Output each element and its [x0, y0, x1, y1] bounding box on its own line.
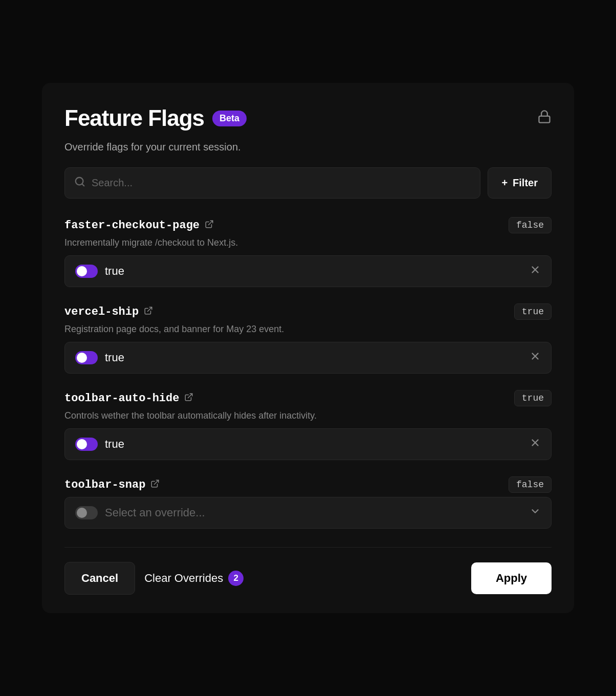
cancel-button[interactable]: Cancel	[64, 562, 135, 595]
external-link-icon-2[interactable]	[184, 393, 193, 404]
chevron-down-icon-3[interactable]	[530, 506, 541, 520]
clear-override-1[interactable]	[530, 351, 541, 365]
flag-header-vercel-ship: vercel-ship true	[64, 303, 552, 320]
modal-footer: Cancel Clear Overrides 2 Apply	[64, 562, 552, 595]
override-value-0: true	[105, 265, 124, 278]
svg-line-12	[155, 480, 159, 484]
flag-item-faster-checkout-page: faster-checkout-page false Incrementally…	[64, 217, 552, 287]
flag-description-0: Incrementally migrate /checkout to Next.…	[64, 237, 552, 248]
subtitle: Override flags for your current session.	[64, 141, 552, 153]
override-value-2: true	[105, 438, 124, 451]
flag-header-faster-checkout-page: faster-checkout-page false	[64, 217, 552, 233]
lock-icon[interactable]	[537, 110, 552, 127]
footer-divider	[64, 547, 552, 548]
clear-overrides-label: Clear Overrides	[144, 572, 223, 585]
external-link-icon-1[interactable]	[144, 306, 153, 318]
flag-name-toolbar-snap: toolbar-snap	[64, 478, 160, 491]
flag-override-row-2: true	[64, 428, 552, 460]
toggle-0[interactable]	[75, 265, 98, 278]
flag-name-faster-checkout-page: faster-checkout-page	[64, 219, 214, 232]
override-placeholder-3: Select an override...	[105, 506, 205, 519]
clear-override-2[interactable]	[530, 437, 541, 451]
svg-line-3	[209, 221, 213, 225]
flag-description-2: Controls wether the toolbar automaticall…	[64, 410, 552, 421]
svg-line-9	[188, 394, 192, 398]
flag-value-badge-0: false	[509, 217, 552, 233]
flag-name-vercel-ship: vercel-ship	[64, 306, 153, 318]
flag-value-badge-2: true	[514, 390, 552, 406]
apply-button[interactable]: Apply	[471, 562, 552, 594]
search-input-wrap	[64, 167, 480, 199]
search-icon	[74, 176, 85, 190]
filter-button[interactable]: + Filter	[488, 167, 552, 199]
modal-header: Feature Flags Beta	[64, 105, 552, 131]
feature-flags-modal: Feature Flags Beta Override flags for yo…	[42, 83, 574, 613]
svg-line-6	[148, 307, 152, 311]
flag-header-toolbar-snap: toolbar-snap false	[64, 476, 552, 493]
toggle-2[interactable]	[75, 438, 98, 451]
flag-item-toolbar-snap: toolbar-snap false Select an override...	[64, 476, 552, 529]
search-row: + Filter	[64, 167, 552, 199]
external-link-icon-3[interactable]	[150, 479, 160, 491]
flag-description-1: Registration page docs, and banner for M…	[64, 324, 552, 335]
svg-rect-0	[539, 116, 550, 122]
clear-overrides-button[interactable]: Clear Overrides 2	[144, 571, 244, 586]
beta-badge: Beta	[212, 111, 247, 126]
svg-line-2	[82, 184, 84, 186]
external-link-icon-0[interactable]	[205, 220, 214, 231]
filter-label: Filter	[513, 177, 538, 189]
flag-override-row-3[interactable]: Select an override...	[64, 497, 552, 529]
clear-override-0[interactable]	[530, 264, 541, 278]
flag-item-vercel-ship: vercel-ship true Registration page docs,…	[64, 303, 552, 374]
plus-icon: +	[501, 177, 508, 189]
overrides-count-badge: 2	[228, 571, 244, 586]
page-title: Feature Flags	[64, 105, 204, 131]
flag-item-toolbar-auto-hide: toolbar-auto-hide true Controls wether t…	[64, 390, 552, 460]
flag-value-badge-3: false	[509, 476, 552, 493]
search-input[interactable]	[92, 168, 471, 198]
flag-header-toolbar-auto-hide: toolbar-auto-hide true	[64, 390, 552, 406]
footer-left: Cancel Clear Overrides 2	[64, 562, 244, 595]
toggle-3[interactable]	[75, 506, 98, 519]
header-left: Feature Flags Beta	[64, 105, 247, 131]
flag-value-badge-1: true	[514, 303, 552, 320]
flag-override-row-0: true	[64, 255, 552, 287]
override-value-1: true	[105, 351, 124, 364]
flag-override-row-1: true	[64, 342, 552, 374]
flag-name-toolbar-auto-hide: toolbar-auto-hide	[64, 392, 193, 405]
toggle-1[interactable]	[75, 351, 98, 364]
